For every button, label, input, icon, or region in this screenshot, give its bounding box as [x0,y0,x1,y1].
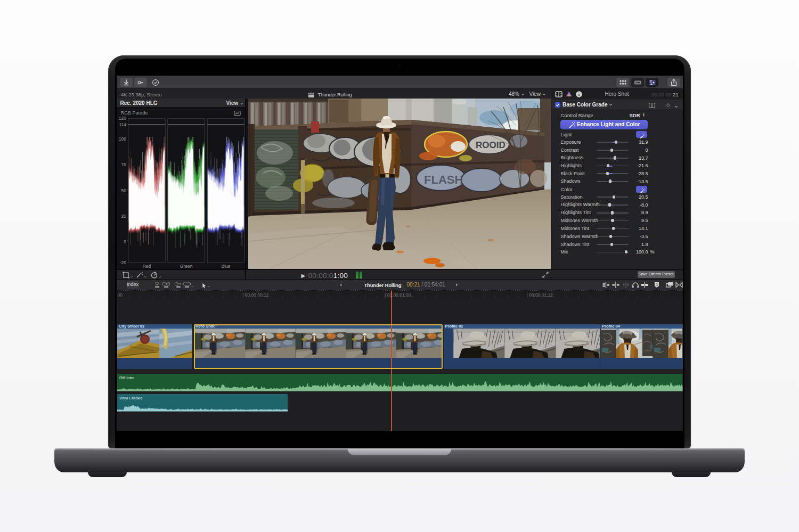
svg-text:Blue: Blue [221,264,230,269]
svg-text:Vinyl Crackle: Vinyl Crackle [119,395,143,400]
svg-text:75: 75 [121,162,126,167]
svg-text:120: 120 [118,116,126,121]
svg-text:Riff Intro: Riff Intro [119,375,134,380]
svg-text:25: 25 [121,214,126,219]
svg-text:-20: -20 [119,260,126,265]
svg-text:114: 114 [119,122,126,127]
svg-text:Red: Red [142,264,151,269]
svg-text:Green: Green [180,264,192,269]
svg-text:ROOID: ROOID [476,140,506,150]
svg-text:100: 100 [118,136,126,142]
svg-text:FLASH: FLASH [424,173,463,186]
svg-text:50: 50 [121,188,126,193]
svg-text:0: 0 [124,239,126,244]
